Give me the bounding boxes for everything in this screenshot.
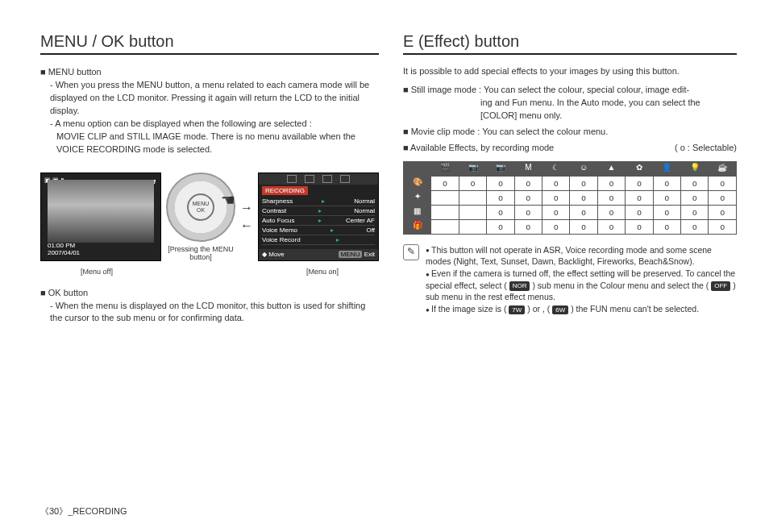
note-1: This button will not operate in ASR, Voi… [426,244,737,268]
menu-row: Voice Memo▸Off [262,226,375,235]
menu-para-2b: MOVIE CLIP and STILL IMAGE mode. There i… [56,131,379,156]
table-header-row: 🎬 📷 📷 M ☾ ☺ ▲ ✿ 👤 💡 ☕ [404,161,737,176]
ok-button-heading: OK button [40,287,379,300]
dial-label-ok: OK [197,207,205,214]
corner-cell [404,161,431,176]
col-food-icon: ☕ [709,161,737,176]
nor-tag-icon: NOR [509,281,530,290]
size-7w-icon: 7W [509,305,525,314]
right-column: E (Effect) button It is possible to add … [403,32,737,476]
note-box: ✎ This button will not operate in ASR, V… [403,244,737,315]
menu-para-1: When you press the MENU button, a menu r… [50,79,379,118]
menu-row: Sharpness▸Normal [262,197,375,206]
arrow-left-icon: ← [240,218,253,233]
lcd-menu-off: ▣ ▣ 5 8M 01:00 PM 2007/04/01 [40,172,161,261]
caption-menu-on: [Menu on] [266,268,379,276]
menu-row: Auto Focus▸Center AF [262,216,375,226]
note-3: If the image size is ( 7W ) or , ( 6W ) … [426,303,737,315]
figure-row: ▣ ▣ 5 8M 01:00 PM 2007/04/01 MENU OK ☚ [40,172,379,261]
left-column: MENU / OK button MENU button When you pr… [40,32,379,476]
row-sparkle-icon: ✦ [404,190,431,205]
col-night-icon: ☾ [542,161,570,176]
transition-arrows: → ← [240,201,253,233]
right-title: E (Effect) button [403,32,737,55]
selectable-legend: ( o : Selectable) [675,142,737,155]
lcd-menu-on: RECORDING Sharpness▸Normal Contrast▸Norm… [258,172,379,261]
row-imageadj-icon: ▦ [404,205,431,219]
col-bulb-icon: 💡 [681,161,709,176]
note-icon: ✎ [403,244,419,260]
dial-label-menu: MENU [193,201,210,207]
lcd2-section-label: RECORDING [262,186,308,195]
effect-intro: It is possible to add special effects to… [403,66,737,76]
caption-menu-off: [Menu off] [40,268,153,276]
col-portrait-icon: ☺ [570,161,597,176]
col-camera-icon: 📷 [459,161,486,176]
menu-para-2a: A menu option can be displayed when the … [50,118,379,131]
table-row: 🎁 [404,219,737,234]
table-row: ✦ [404,190,737,205]
arrow-right-icon: → [240,201,253,215]
hand-icon: ☚ [221,190,235,210]
row-palette-icon: 🎨 [404,176,431,190]
size-6w-icon: 6W [552,305,568,314]
lcd1-timestamp: 01:00 PM 2007/04/01 [48,243,80,257]
lcd2-foot-menu: MENU [339,251,363,258]
col-manual-icon: M [514,161,542,176]
col-camera-p-icon: 📷 [487,161,514,176]
available-effects-line: Available Effects, by recording mode ( o… [403,142,737,155]
left-title: MENU / OK button [40,32,379,55]
still-mode-line: Still image mode : You can select the co… [403,84,737,97]
menu-button-heading: MENU button [40,66,379,79]
table-row: 🎨 [404,176,737,190]
lcd2-foot-move: Move [268,251,285,258]
table-row: ▦ [404,205,737,219]
lcd2-tab-icons [259,173,378,185]
effects-table: 🎬 📷 📷 M ☾ ☺ ▲ ✿ 👤 💡 ☕ 🎨 ✦ ▦ 🎁 [403,161,737,235]
col-macro-icon: ✿ [626,161,653,176]
figure-captions: [Menu off] [Menu on] [40,268,379,276]
dial-figure: MENU OK ☚ [Pressing the MENU button] [166,172,235,261]
col-person-icon: 👤 [653,161,680,176]
page-footer: 30_RECORDING [40,505,127,517]
ok-para: When the menu is displayed on the LCD mo… [50,300,379,326]
lcd1-photo [48,180,154,243]
note-2: Even if the camera is turned off, the ef… [426,268,737,303]
lcd2-foot-exit: Exit [364,251,375,258]
page-number: 30 [40,506,68,516]
col-landscape-icon: ▲ [597,161,625,176]
col-movie-icon: 🎬 [431,161,459,176]
still-mode-cont: ing and Fun menu. In the Auto mode, you … [480,97,737,123]
row-fun-icon: 🎁 [404,219,431,234]
dial-caption: [Pressing the MENU button] [166,245,235,261]
menu-row: Voice Record▸ [262,235,375,245]
off-tag-icon: OFF [711,281,730,290]
movie-mode-line: Movie clip mode : You can select the col… [403,126,737,139]
footer-section: _RECORDING [68,506,127,516]
menu-row: Contrast▸Normal [262,206,375,216]
